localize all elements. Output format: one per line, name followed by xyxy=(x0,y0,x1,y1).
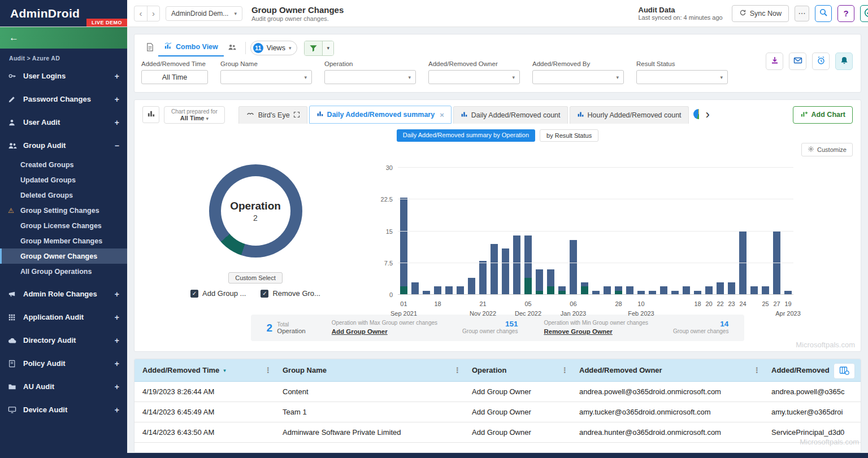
alert-bell-button[interactable] xyxy=(835,53,853,70)
expander-icon[interactable]: + xyxy=(115,405,119,415)
sidebar-item-admin-role-changes[interactable]: Admin Role Changes + xyxy=(0,282,127,306)
sidebar-item-deleted-groups[interactable]: Deleted Groups xyxy=(0,187,127,203)
chart-list-button[interactable] xyxy=(142,106,159,123)
bar[interactable]: 06Jan 2023 xyxy=(570,168,577,295)
table-row[interactable]: 4/19/2023 8:26:44 AMContentAdd Group Own… xyxy=(134,382,861,402)
chart-tab-bird-s-eye[interactable]: Bird's Eye xyxy=(238,106,307,124)
bar[interactable] xyxy=(411,168,419,295)
tab-combo-view[interactable]: Combo View xyxy=(158,40,224,56)
schedule-button[interactable] xyxy=(812,53,830,70)
bar[interactable]: 20 xyxy=(705,168,713,295)
checkbox-checked-icon[interactable]: ✓ xyxy=(261,290,268,298)
sidebar-item-directory-audit[interactable]: Directory Audit + xyxy=(0,329,127,352)
bar[interactable] xyxy=(683,168,690,295)
legend-item-add-group[interactable]: ✓Add Group ... xyxy=(190,289,246,298)
bar[interactable]: 19Apr 2023 xyxy=(784,168,792,295)
custom-select-button[interactable]: Custom Select xyxy=(228,272,283,283)
filter-select-added-removed-by[interactable]: ▾ xyxy=(532,70,624,84)
filter-button[interactable]: ▾ xyxy=(304,41,334,56)
bar[interactable] xyxy=(491,168,498,295)
bar[interactable]: 27 xyxy=(773,168,780,295)
bar[interactable] xyxy=(592,168,600,295)
expander-icon[interactable]: + xyxy=(115,313,119,322)
expander-icon[interactable]: + xyxy=(115,359,119,368)
filter-select-result-status[interactable]: ▾ xyxy=(636,70,728,84)
bar[interactable] xyxy=(671,168,679,295)
column-header-added-removed-owner[interactable]: Added/Removed Owner⋮ xyxy=(571,359,763,381)
help-button[interactable]: ? xyxy=(837,5,854,22)
sidebar-item-group-member-changes[interactable]: Group Member Changes xyxy=(0,233,127,248)
bar[interactable]: 28 xyxy=(615,168,622,295)
bar[interactable] xyxy=(547,168,554,295)
filter-value-added-removed-time[interactable]: All Time xyxy=(141,70,208,84)
sidebar-item-group-audit[interactable]: Group Audit − xyxy=(0,134,127,157)
bar[interactable]: 23 xyxy=(728,168,735,295)
sidebar-item-application-audit[interactable]: Application Audit + xyxy=(0,306,127,329)
sidebar-item-user-audit[interactable]: User Audit + xyxy=(0,111,127,134)
column-menu-icon[interactable]: ⋮ xyxy=(753,366,761,374)
bar[interactable] xyxy=(536,168,543,295)
max-operation-link[interactable]: Add Group Owner xyxy=(332,328,388,335)
bar[interactable] xyxy=(626,168,633,295)
sidebar-item-user-logins[interactable]: User Logins + xyxy=(0,64,127,88)
bar[interactable] xyxy=(558,168,566,295)
bar[interactable] xyxy=(423,168,430,295)
views-dropdown[interactable]: 11 Views ▾ xyxy=(250,41,298,55)
sidebar-item-au-audit[interactable]: AU Audit + xyxy=(0,375,127,398)
operation-donut-chart[interactable]: Operation 2 xyxy=(209,164,302,258)
bar[interactable]: 10Feb 2023 xyxy=(637,168,645,295)
grid-view-button[interactable] xyxy=(141,41,158,55)
partial-check-button[interactable] xyxy=(860,5,868,22)
add-chart-button[interactable]: Add Chart xyxy=(793,106,853,124)
column-header-operation[interactable]: Operation⋮ xyxy=(464,359,571,381)
bar[interactable] xyxy=(502,168,509,295)
export-download-button[interactable] xyxy=(766,53,783,70)
bar[interactable]: 01Sep 2021 xyxy=(400,168,407,295)
column-menu-icon[interactable]: ⋮ xyxy=(264,366,272,374)
filter-caret-button[interactable]: ▾ xyxy=(322,41,333,55)
bar[interactable]: 05Dec 2022 xyxy=(524,168,532,295)
customize-button[interactable]: Customize xyxy=(801,143,853,156)
column-header-group-name[interactable]: Group Name⋮ xyxy=(275,359,464,381)
people-view-button[interactable] xyxy=(224,41,241,55)
sidebar-item-created-groups[interactable]: Created Groups xyxy=(0,157,127,172)
bar[interactable]: 25 xyxy=(762,168,769,295)
tenant-selector[interactable]: AdminDroid Dem... ▾ xyxy=(166,6,242,21)
bar[interactable]: 22 xyxy=(717,168,724,295)
bar[interactable] xyxy=(457,168,464,295)
close-tab-icon[interactable]: × xyxy=(440,111,444,119)
expander-icon[interactable]: + xyxy=(115,72,119,81)
sidebar-item-group-license-changes[interactable]: Group License Changes xyxy=(0,218,127,233)
column-header-added-removed-time[interactable]: Added/Removed Time▾⋮ xyxy=(134,359,275,381)
pie-chart-tab-peek[interactable] xyxy=(693,109,699,120)
search-button[interactable] xyxy=(815,5,832,22)
bar[interactable]: 24 xyxy=(739,168,747,295)
sort-descending-icon[interactable]: ▾ xyxy=(223,368,226,373)
column-menu-icon[interactable]: ⋮ xyxy=(454,366,461,374)
expander-icon[interactable]: − xyxy=(115,141,119,150)
filter-select-added-removed-owner[interactable]: ▾ xyxy=(428,70,520,84)
min-operation-link[interactable]: Remove Group Owner xyxy=(544,328,612,335)
sync-now-button[interactable]: Sync Now xyxy=(732,5,789,22)
chart-prepared-for-dropdown[interactable]: Chart prepared for All Time ▾ xyxy=(164,106,225,124)
expand-icon[interactable] xyxy=(293,111,300,120)
expander-icon[interactable]: + xyxy=(115,382,119,391)
chart-tab-daily-added-removed-summary[interactable]: Daily Added/Removed summary× xyxy=(309,106,452,124)
bar[interactable] xyxy=(445,168,453,295)
chart-tab-hourly-added-removed-count[interactable]: Hourly Added/Removed count xyxy=(570,106,689,124)
bar[interactable]: 21Nov 2022 xyxy=(479,168,487,295)
tabs-scroll-next[interactable]: › xyxy=(704,108,712,121)
sidebar-item-updated-groups[interactable]: Updated Groups xyxy=(0,172,127,187)
bar[interactable] xyxy=(660,168,667,295)
sidebar-item-group-owner-changes[interactable]: Group Owner Changes xyxy=(0,248,127,264)
chart-tab-daily-added-removed-count[interactable]: Daily Added/Removed count xyxy=(453,106,568,124)
sidebar-item-all-group-operations[interactable]: All Group Operations xyxy=(0,264,127,279)
table-row[interactable]: 4/14/2023 6:45:49 AMTeam 1Add Group Owne… xyxy=(134,402,861,422)
bar[interactable] xyxy=(649,168,656,295)
bar[interactable] xyxy=(750,168,758,295)
back-arrow-button[interactable]: ‹ xyxy=(134,6,147,21)
sidebar-item-group-setting-changes[interactable]: ⚠Group Setting Changes xyxy=(0,203,127,218)
email-report-button[interactable] xyxy=(789,53,806,70)
more-options-button[interactable]: ⋯ xyxy=(795,6,809,21)
legend-item-remove-gro[interactable]: ✓Remove Gro... xyxy=(261,289,320,298)
